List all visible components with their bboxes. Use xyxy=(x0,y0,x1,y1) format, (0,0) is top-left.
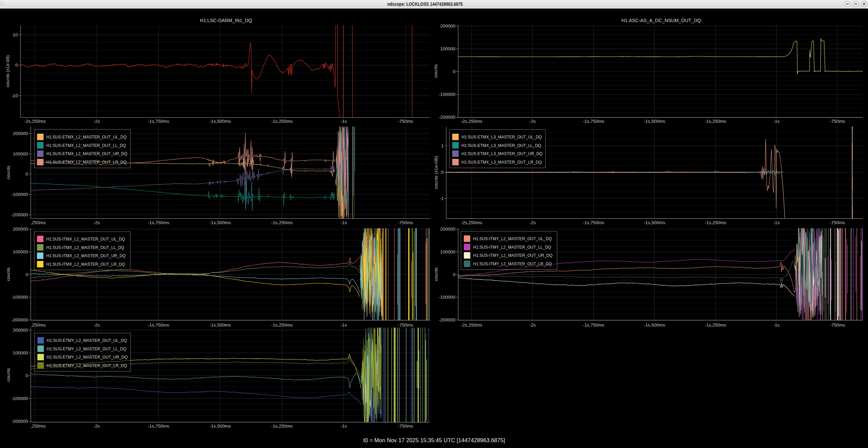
svg-text:-1s,750ms: -1s,750ms xyxy=(148,220,169,225)
svg-text:H1:SUS-ITMX_L2_MASTER_OUT_LR_D: H1:SUS-ITMX_L2_MASTER_OUT_LR_DQ xyxy=(46,262,125,267)
svg-text:-2s: -2s xyxy=(93,119,100,124)
svg-text:H1:SUS-ETMX_L2_MASTER_OUT_UR_D: H1:SUS-ETMX_L2_MASTER_OUT_UR_DQ xyxy=(46,151,127,156)
svg-text:0: 0 xyxy=(25,373,28,378)
svg-text:0: 0 xyxy=(453,69,456,74)
svg-text:H1:SUS-ETMY_L2_MASTER_OUT_LL_D: H1:SUS-ETMY_L2_MASTER_OUT_LL_DQ xyxy=(47,347,126,351)
svg-text:-1: -1 xyxy=(440,196,444,201)
svg-text:0: 0 xyxy=(15,63,18,68)
svg-text:H1:SUS-ETMX_L3_MASTER_OUT_LL_D: H1:SUS-ETMX_L3_MASTER_OUT_LL_DQ xyxy=(461,143,541,148)
svg-text:-750ms: -750ms xyxy=(398,119,413,124)
svg-text:H1:SUS-ITMY_L2_MASTER_OUT_LR_D: H1:SUS-ITMY_L2_MASTER_OUT_LR_DQ xyxy=(473,262,552,266)
svg-text:H1:SUS-ITMX_L2_MASTER_OUT_UR_D: H1:SUS-ITMX_L2_MASTER_OUT_UR_DQ xyxy=(46,253,125,258)
svg-text:-2s: -2s xyxy=(93,220,100,225)
svg-text:-1s,500ms: -1s,500ms xyxy=(209,322,231,328)
svg-text:-200000: -200000 xyxy=(11,212,28,217)
svg-text:-750ms: -750ms xyxy=(830,119,845,124)
svg-text:-1s,750ms: -1s,750ms xyxy=(583,220,604,225)
svg-text:counts: counts xyxy=(6,368,11,382)
svg-text:-750ms: -750ms xyxy=(398,220,413,225)
svg-text:H1:SUS-ETMX_L3_MASTER_OUT_UR_D: H1:SUS-ETMX_L3_MASTER_OUT_UR_DQ xyxy=(461,151,542,156)
svg-text:-750ms: -750ms xyxy=(398,322,413,328)
svg-text:t0 = Mon Nov 17 2025 15:35:45: t0 = Mon Nov 17 2025 15:35:45 UTC [14474… xyxy=(363,437,505,443)
svg-text:counts: counts xyxy=(6,166,11,179)
svg-text:-100000: -100000 xyxy=(439,92,456,97)
svg-text:100000: 100000 xyxy=(13,151,28,156)
svg-text:-100000: -100000 xyxy=(11,192,28,197)
svg-text:200000: 200000 xyxy=(13,328,28,333)
svg-text:H1:SUS-ITMY_L2_MASTER_OUT_UL_D: H1:SUS-ITMY_L2_MASTER_OUT_UL_DQ xyxy=(473,236,552,241)
svg-text:H1:SUS-ETMY_L2_MASTER_OUT_LR_D: H1:SUS-ETMY_L2_MASTER_OUT_LR_DQ xyxy=(47,363,127,368)
svg-text:-1s: -1s xyxy=(773,220,780,225)
svg-text:-1s,500ms: -1s,500ms xyxy=(644,220,665,225)
svg-text:-1s,750ms: -1s,750ms xyxy=(148,424,169,429)
svg-text:100000: 100000 xyxy=(440,249,456,254)
svg-text:counts (x1e-09): counts (x1e-09) xyxy=(5,55,10,87)
svg-text:-1s,250ms: -1s,250ms xyxy=(705,322,726,328)
svg-text:H1:SUS-ETMX_L3_MASTER_OUT_LR_D: H1:SUS-ETMX_L3_MASTER_OUT_LR_DQ xyxy=(461,160,542,165)
svg-text:H1:SUS-ITMX_L2_MASTER_OUT_LL_D: H1:SUS-ITMX_L2_MASTER_OUT_LL_DQ xyxy=(46,245,124,250)
svg-text:200000: 200000 xyxy=(13,131,28,136)
svg-text:0: 0 xyxy=(25,272,28,277)
svg-text:H1:SUS-ITMX_L2_MASTER_OUT_UL_D: H1:SUS-ITMX_L2_MASTER_OUT_UL_DQ xyxy=(46,237,125,242)
svg-text:counts: counts xyxy=(433,64,438,78)
svg-text:-1s: -1s xyxy=(773,322,780,328)
svg-text:-1s,500ms: -1s,500ms xyxy=(209,119,231,124)
svg-text:-1s,750ms: -1s,750ms xyxy=(148,119,169,124)
svg-text:H1:SUS-ETMX_L2_MASTER_OUT_LR_D: H1:SUS-ETMX_L2_MASTER_OUT_LR_DQ xyxy=(46,160,126,165)
svg-text:-2s,250ms: -2s,250ms xyxy=(461,119,482,124)
svg-text:-1s: -1s xyxy=(341,119,347,124)
svg-text:-2s: -2s xyxy=(93,322,100,328)
svg-text:-1s,250ms: -1s,250ms xyxy=(271,220,293,225)
svg-text:H1:SUS-ETMX_L3_MASTER_OUT_UL_D: H1:SUS-ETMX_L3_MASTER_OUT_UL_DQ xyxy=(461,135,542,139)
svg-text:-100000: -100000 xyxy=(439,295,456,300)
svg-text:-1s: -1s xyxy=(341,220,347,225)
svg-text:100000: 100000 xyxy=(13,249,28,254)
svg-text:-1s,750ms: -1s,750ms xyxy=(583,322,604,328)
svg-text:10: 10 xyxy=(13,32,18,37)
svg-text:-2s,250ms: -2s,250ms xyxy=(461,322,482,328)
svg-text:100000: 100000 xyxy=(13,350,28,355)
svg-text:-1s,500ms: -1s,500ms xyxy=(209,220,231,225)
svg-text:ndscope: LOCKLOSS 1447428963.6: ndscope: LOCKLOSS 1447428963.6875 xyxy=(387,1,463,7)
svg-text:-1s,750ms: -1s,750ms xyxy=(148,322,169,328)
svg-text:-2s: -2s xyxy=(93,424,100,429)
svg-text:-1s: -1s xyxy=(341,322,347,328)
svg-text:-1s,500ms: -1s,500ms xyxy=(644,119,665,124)
svg-text:H1:SUS-ITMY_L2_MASTER_OUT_LL_D: H1:SUS-ITMY_L2_MASTER_OUT_LL_DQ xyxy=(473,245,551,250)
svg-text:-200000: -200000 xyxy=(11,317,28,322)
svg-text:-1s,750ms: -1s,750ms xyxy=(583,119,604,124)
svg-text:H1:SUS-ETMY_L2_MASTER_OUT_UR_D: H1:SUS-ETMY_L2_MASTER_OUT_UR_DQ xyxy=(47,355,127,360)
svg-text:-750ms: -750ms xyxy=(830,322,845,328)
svg-text:200000: 200000 xyxy=(440,23,456,29)
svg-text:H1:SUS-ETMY_L2_MASTER_OUT_UL_D: H1:SUS-ETMY_L2_MASTER_OUT_UL_DQ xyxy=(47,338,127,343)
svg-text:1: 1 xyxy=(441,143,444,148)
svg-text:-1s,250ms: -1s,250ms xyxy=(271,424,293,429)
svg-text:counts (x1e+06): counts (x1e+06) xyxy=(434,156,439,189)
svg-text:0: 0 xyxy=(453,272,456,277)
svg-text:-1s: -1s xyxy=(773,119,780,124)
svg-text:100000: 100000 xyxy=(440,46,456,51)
svg-text:H1:SUS-ETMX_L2_MASTER_OUT_UL_D: H1:SUS-ETMX_L2_MASTER_OUT_UL_DQ xyxy=(46,135,126,139)
svg-text:-200000: -200000 xyxy=(439,115,456,120)
svg-text:-2s: -2s xyxy=(529,322,536,328)
svg-text:counts: counts xyxy=(6,267,11,281)
svg-text:H1:ASC-AS_A_DC_NSUM_OUT_DQ: H1:ASC-AS_A_DC_NSUM_OUT_DQ xyxy=(622,18,701,23)
svg-text:-100000: -100000 xyxy=(11,295,28,300)
svg-text:-2s: -2s xyxy=(529,119,536,124)
svg-text:H1:SUS-ETMX_L2_MASTER_OUT_LL_D: H1:SUS-ETMX_L2_MASTER_OUT_LL_DQ xyxy=(46,143,126,148)
svg-text:-2s,250ms: -2s,250ms xyxy=(24,119,46,124)
svg-text:-200000: -200000 xyxy=(11,419,28,424)
svg-text:-1s,250ms: -1s,250ms xyxy=(705,119,726,124)
svg-text:-1s,500ms: -1s,500ms xyxy=(209,424,231,429)
svg-text:-1s,250ms: -1s,250ms xyxy=(705,220,726,225)
svg-text:-1s,500ms: -1s,500ms xyxy=(644,322,665,328)
svg-text:-100000: -100000 xyxy=(11,396,28,401)
svg-text:H1:LSC-DARM_IN1_DQ: H1:LSC-DARM_IN1_DQ xyxy=(200,18,252,23)
svg-text:-1s: -1s xyxy=(341,424,347,429)
svg-text:H1:SUS-ITMY_L2_MASTER_OUT_UR_D: H1:SUS-ITMY_L2_MASTER_OUT_UR_DQ xyxy=(473,253,552,258)
svg-text:counts: counts xyxy=(434,267,439,281)
svg-text:-10: -10 xyxy=(11,93,18,98)
svg-text:-750ms: -750ms xyxy=(830,220,845,225)
svg-text:-1s,250ms: -1s,250ms xyxy=(271,119,293,124)
svg-text:0: 0 xyxy=(25,171,28,177)
